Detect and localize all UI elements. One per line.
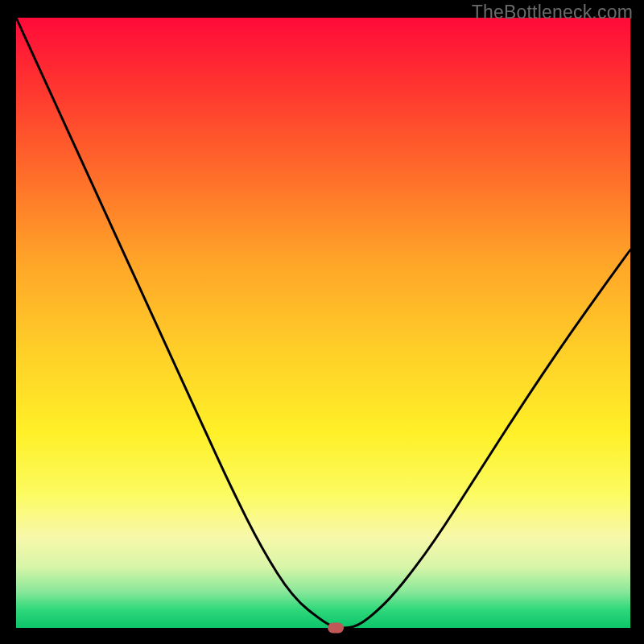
watermark-text: TheBottleneck.com: [472, 2, 633, 23]
chart-plot-area: [16, 18, 630, 628]
minimum-marker: [328, 623, 344, 634]
bottleneck-curve: [16, 18, 630, 628]
